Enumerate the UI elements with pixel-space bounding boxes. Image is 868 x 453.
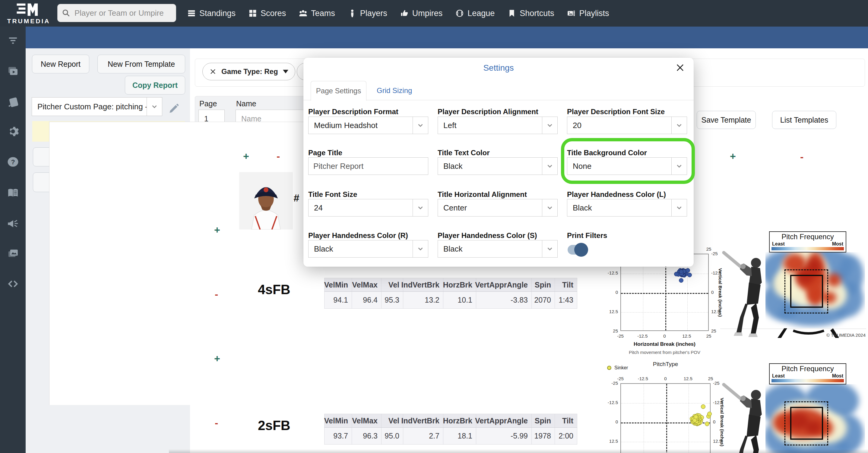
save-template-button[interactable]: Save Template — [697, 111, 756, 129]
column-header: Vel — [381, 414, 403, 428]
y-tick-label: 25 — [711, 328, 716, 333]
sidebar-help-icon[interactable]: ? — [0, 153, 26, 171]
pitch-section-4sfb: 4sFBVelMinVelMaxVelIndVertBrkHorzBrkVert… — [255, 278, 587, 311]
x-tick-label: 12.5 — [684, 376, 692, 381]
nav-item-players[interactable]: Players — [348, 9, 387, 18]
nav-item-shortcuts[interactable]: Shortcuts — [507, 9, 554, 18]
player-description-format-select[interactable]: Medium Headshot — [308, 117, 428, 134]
title-font-size-select[interactable]: 24 — [308, 199, 428, 217]
player-handedness-color-r--select[interactable]: Black — [308, 240, 428, 258]
player-handedness-color-l--select[interactable]: Black — [567, 199, 687, 217]
legend-swatch — [607, 366, 611, 370]
nav-item-umpires[interactable]: Umpires — [400, 9, 443, 18]
report-select[interactable]: Pitcher Custom Page: pitching -... — [32, 97, 162, 116]
player-description-font-size-select[interactable]: 20 — [567, 117, 687, 134]
left-icon-rail: ? — [0, 27, 26, 453]
search-input[interactable] — [74, 8, 172, 18]
trumedia-logo-icon — [14, 2, 42, 17]
chevron-down-icon — [671, 199, 687, 216]
player-handedness-color-s--select[interactable]: Black — [438, 240, 558, 258]
sidebar-code-icon[interactable] — [0, 275, 26, 293]
stat-value: -3.83 — [476, 292, 532, 309]
strike-zone — [790, 407, 823, 440]
strike-zone — [790, 275, 823, 308]
selected-value: Black — [438, 162, 542, 171]
data-point — [701, 404, 706, 409]
trumedia-logo[interactable]: TRUMEDIA — [3, 1, 54, 26]
nav-item-label: Standings — [199, 9, 236, 18]
sidebar-book-icon[interactable] — [0, 184, 26, 202]
nav-item-label: Umpires — [412, 9, 443, 18]
sidebar-megaphone-icon[interactable] — [0, 215, 26, 232]
caret-down-icon — [283, 70, 288, 74]
pitch-frequency-2sfb: Pitch FrequencyLeastMost© TRUMEDIA 2024 — [720, 361, 866, 453]
column-header: VelMin — [324, 278, 352, 292]
list-templates-button[interactable]: List Templates — [772, 111, 836, 129]
x-tick-label: -12.5 — [637, 333, 648, 339]
column-header: HorzBrk — [443, 278, 476, 292]
pitch-type-label: 4sFB — [258, 282, 290, 297]
sidebar-images-icon[interactable] — [0, 244, 26, 262]
title-horizontal-alignment-select[interactable]: Center — [438, 199, 558, 217]
grid-remove-button[interactable]: - — [215, 288, 218, 300]
grid-add-button[interactable]: + — [243, 150, 249, 162]
svg-text:?: ? — [11, 158, 15, 166]
game-type-filter-chip[interactable]: Game Type: Reg — [203, 63, 295, 80]
sidebar-video-playlist-icon[interactable] — [0, 62, 26, 80]
nav-item-label: Players — [360, 9, 387, 18]
teams-icon — [299, 9, 308, 18]
field-label: Player Description Font Size — [567, 108, 665, 116]
stat-value: 2070 — [532, 292, 555, 309]
nav-item-league[interactable]: League — [455, 9, 495, 18]
nav-item-label: Teams — [311, 9, 335, 18]
filter-bar — [26, 27, 868, 48]
y-tick-label: 0 — [711, 290, 714, 295]
stat-value: 96.4 — [352, 292, 381, 309]
plot-title: PitchType — [620, 361, 711, 368]
data-point — [705, 422, 709, 426]
color-scale-bar — [772, 247, 844, 250]
player-description-alignment-select[interactable]: Left — [438, 117, 558, 134]
copy-report-button[interactable]: Copy Report — [125, 76, 185, 94]
chevron-down-icon — [542, 240, 557, 257]
edit-report-pencil-icon[interactable] — [168, 103, 179, 115]
grid-add-button[interactable]: + — [730, 150, 736, 162]
new-from-template-button[interactable]: New From Template — [97, 55, 185, 74]
scale-min-label: Least — [772, 241, 785, 247]
x-tick-label: -12.5 — [638, 376, 648, 381]
batter-silhouette — [721, 379, 771, 453]
grid-remove-button[interactable]: - — [277, 150, 280, 162]
nav-item-scores[interactable]: Scores — [248, 9, 286, 18]
player-headshot — [239, 172, 293, 229]
x-tick-label: -25 — [617, 333, 624, 339]
nav-item-playlists[interactable]: Playlists — [567, 9, 609, 18]
players-icon — [348, 9, 357, 18]
grid-remove-button[interactable]: - — [215, 417, 218, 429]
data-point — [679, 278, 683, 283]
nav-item-teams[interactable]: Teams — [299, 9, 335, 18]
selected-value: 20 — [567, 121, 671, 130]
selected-value: Black — [567, 203, 671, 213]
brand-text: TRUMEDIA — [3, 18, 54, 25]
stat-value: 1978 — [532, 428, 555, 445]
sidebar-gear-icon[interactable] — [0, 122, 26, 140]
close-icon[interactable] — [209, 68, 217, 75]
tab-grid-sizing[interactable]: Grid Sizing — [377, 81, 412, 100]
batter-silhouette — [721, 247, 771, 337]
global-search[interactable] — [57, 4, 176, 22]
x-tick-label: 12.5 — [682, 333, 691, 339]
grid-add-button[interactable]: + — [214, 224, 220, 236]
close-icon[interactable] — [676, 63, 686, 74]
print-filters-toggle[interactable] — [568, 245, 586, 255]
sidebar-whiteboard-icon[interactable] — [0, 93, 26, 111]
field-label: Page Title — [308, 149, 342, 157]
page-title-input[interactable]: Pitcher Report — [308, 157, 428, 175]
grid-remove-button[interactable]: - — [800, 151, 803, 163]
tab-page-settings[interactable]: Page Settings — [311, 81, 367, 101]
sidebar-filter-icon[interactable] — [0, 31, 26, 50]
nav-item-standings[interactable]: Standings — [187, 9, 236, 18]
title-background-color-select[interactable]: None — [567, 157, 687, 175]
new-report-button[interactable]: New Report — [32, 55, 89, 74]
title-text-color-select[interactable]: Black — [438, 157, 558, 175]
grid-add-button[interactable]: + — [214, 353, 220, 365]
